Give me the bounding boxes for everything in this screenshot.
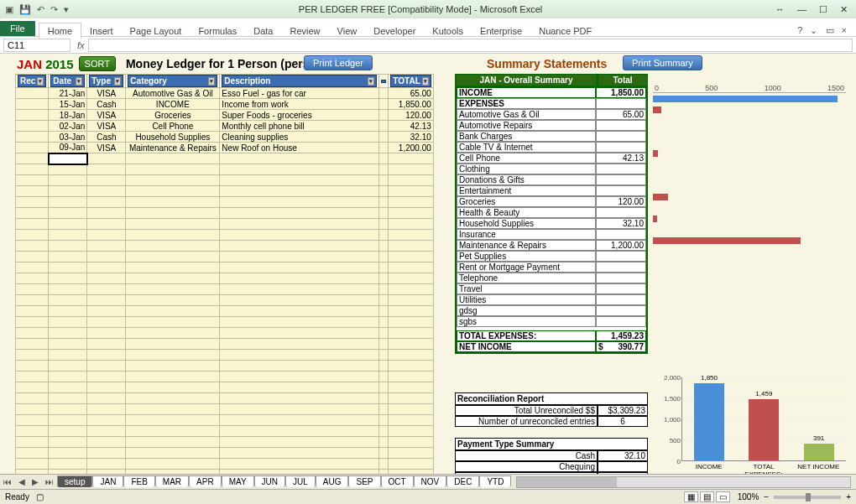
minimize-icon[interactable]: — <box>797 4 806 14</box>
maximize-icon[interactable]: ☐ <box>819 4 827 14</box>
horizontal-scrollbar[interactable] <box>516 476 851 488</box>
ledger-row[interactable] <box>16 197 434 208</box>
worksheet[interactable]: JAN 2015 SORT Money Ledger for 1 Person … <box>0 54 856 488</box>
ribbon-min-icon[interactable]: ↔ <box>775 4 785 14</box>
sheet-tab-may[interactable]: MAY <box>222 475 254 487</box>
view-switcher[interactable]: ▦▤▭ <box>683 492 731 501</box>
ledger-row[interactable] <box>16 164 434 175</box>
sheet-tab-mar[interactable]: MAR <box>155 475 189 487</box>
tab-nav-next-icon[interactable]: ▶ <box>29 477 42 486</box>
ledger-row[interactable] <box>16 230 434 241</box>
macro-record-icon[interactable]: ▢ <box>36 492 44 501</box>
sheet-tab-jun[interactable]: JUN <box>254 475 285 487</box>
filter-icon[interactable]: ▾ <box>208 77 215 86</box>
filter-icon[interactable]: ▾ <box>114 77 121 86</box>
ledger-row[interactable] <box>16 295 434 306</box>
ribbon-tab-data[interactable]: Data <box>245 23 281 39</box>
filter-icon[interactable]: ▾ <box>422 77 429 86</box>
sheet-tab-setup[interactable]: setup <box>57 475 92 487</box>
ledger-row[interactable] <box>16 382 434 393</box>
close-icon[interactable]: ✕ <box>840 4 848 14</box>
ledger-row[interactable] <box>16 372 434 382</box>
undo-icon[interactable]: ↶ <box>37 4 44 14</box>
ledger-row[interactable] <box>16 175 434 186</box>
file-tab[interactable]: File <box>0 21 35 36</box>
ledger-row[interactable] <box>16 328 434 339</box>
help-icon[interactable]: ? <box>797 25 802 35</box>
filter-icon[interactable]: ▾ <box>368 77 374 86</box>
sheet-tab-oct[interactable]: OCT <box>381 475 414 487</box>
col-hdr-category[interactable]: Category▾ <box>128 75 217 87</box>
ledger-row[interactable] <box>16 448 434 459</box>
sheet-tab-feb[interactable]: FEB <box>123 475 154 487</box>
ribbon-tab-enterprise[interactable]: Enterprise <box>472 23 530 39</box>
ledger-row[interactable] <box>16 241 434 252</box>
ribbon-tab-developer[interactable]: Developer <box>365 23 424 39</box>
print-summary-button[interactable]: Print Summary <box>623 55 702 70</box>
fx-icon[interactable]: fx <box>77 40 85 50</box>
ledger-row[interactable] <box>16 186 434 197</box>
col-hdr-rec[interactable]: Rec▾ <box>18 75 46 87</box>
ribbon-tab-kutools[interactable]: Kutools <box>424 23 472 39</box>
ledger-row[interactable]: 02-JanVISACell PhoneMonthly cell phone b… <box>16 121 434 132</box>
ledger-row[interactable]: 15-JanCashINCOMEIncome from work1,850.00 <box>16 99 434 110</box>
ledger-row[interactable]: 09-JanVISAMaintenance & RepairsNew Roof … <box>16 143 434 153</box>
ledger-row[interactable] <box>16 437 434 448</box>
sheet-tab-apr[interactable]: APR <box>189 475 222 487</box>
ribbon-tab-nuance-pdf[interactable]: Nuance PDF <box>530 23 600 39</box>
redo-icon[interactable]: ↷ <box>50 4 58 14</box>
ledger-row[interactable] <box>16 339 434 350</box>
sheet-tab-dec[interactable]: DEC <box>446 475 479 487</box>
ledger-row[interactable] <box>16 284 434 295</box>
filter-icon[interactable]: ▾ <box>37 77 44 86</box>
tab-nav-prev-icon[interactable]: ◀ <box>15 477 29 486</box>
zoom-in-icon[interactable]: + <box>846 492 851 501</box>
ledger-row[interactable]: 21-JanVISAAutomotive Gas & OilEsso Fuel … <box>16 88 434 99</box>
sheet-tab-nov[interactable]: NOV <box>414 475 447 487</box>
ledger-row[interactable] <box>16 404 434 415</box>
ribbon-tab-home[interactable]: Home <box>39 23 81 39</box>
close-wb-icon[interactable]: × <box>842 25 847 35</box>
sort-button[interactable]: SORT <box>79 56 116 71</box>
col-hdr-date[interactable]: Date▾ <box>50 75 85 87</box>
ledger-row[interactable]: 18-JanVISAGroceriesSuper Foods - groceri… <box>16 110 434 121</box>
save-icon[interactable]: 💾 <box>19 4 31 14</box>
ledger-row[interactable] <box>16 153 434 164</box>
ledger-row[interactable] <box>16 306 434 317</box>
options-icon[interactable]: ⌄ <box>810 25 817 35</box>
zoom-out-icon[interactable]: − <box>764 492 769 501</box>
ribbon-tab-formulas[interactable]: Formulas <box>190 23 245 39</box>
col-hdr-total[interactable]: TOTAL▾ <box>390 75 431 87</box>
qat-more-icon[interactable]: ▾ <box>64 4 69 14</box>
tab-nav-first-icon[interactable]: ⏮ <box>0 477 15 486</box>
ribbon-tab-view[interactable]: View <box>329 23 366 39</box>
ledger-row[interactable] <box>16 393 434 404</box>
restore-wb-icon[interactable]: ▭ <box>826 25 834 35</box>
ledger-row[interactable] <box>16 361 434 372</box>
col-hdr-type[interactable]: Type▾ <box>89 75 123 87</box>
ribbon-tab-page-layout[interactable]: Page Layout <box>122 23 191 39</box>
sheet-tab-jul[interactable]: JUL <box>285 475 316 487</box>
tab-nav-last-icon[interactable]: ⏭ <box>42 477 57 486</box>
ledger-row[interactable] <box>16 426 434 437</box>
sheet-tab-ytd[interactable]: YTD <box>479 475 511 487</box>
zoom-slider[interactable] <box>774 496 841 499</box>
ledger-row[interactable] <box>16 208 434 219</box>
ledger-row[interactable]: 03-JanCashHousehold SuppliesCleaning sup… <box>16 132 434 143</box>
formula-bar[interactable] <box>88 39 853 52</box>
ledger-row[interactable] <box>16 459 434 470</box>
ledger-row[interactable] <box>16 350 434 361</box>
filter-icon[interactable]: ▾ <box>76 77 82 86</box>
ledger-row[interactable] <box>16 317 434 328</box>
ledger-row[interactable] <box>16 219 434 230</box>
name-box[interactable]: C11 <box>3 39 70 52</box>
print-ledger-button[interactable]: Print Ledger <box>304 55 373 70</box>
ledger-row[interactable] <box>16 415 434 426</box>
ribbon-tab-review[interactable]: Review <box>281 23 328 39</box>
sheet-tab-aug[interactable]: AUG <box>316 475 349 487</box>
ledger-row[interactable] <box>16 273 434 284</box>
col-hdr-description[interactable]: Description▾ <box>222 75 377 87</box>
ledger-row[interactable] <box>16 252 434 262</box>
sheet-tab-jan[interactable]: JAN <box>92 475 123 487</box>
sheet-tab-sep[interactable]: SEP <box>348 475 380 487</box>
